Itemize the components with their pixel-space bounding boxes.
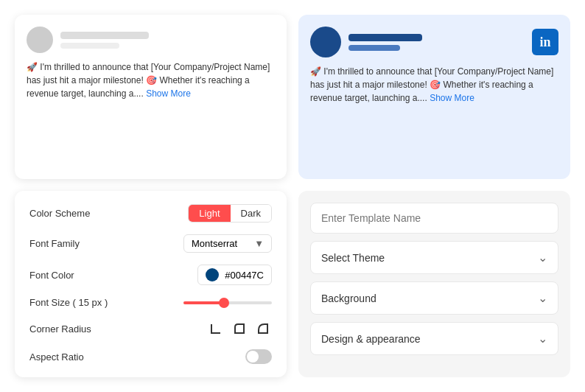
select-theme-dropdown[interactable]: Select Theme ⌄ <box>310 241 558 274</box>
show-more-link[interactable]: Show More <box>146 88 191 99</box>
aspect-ratio-row: Aspect Ratio <box>29 349 272 364</box>
corner-radius-label: Corner Radius <box>29 323 91 335</box>
select-theme-chevron-icon: ⌄ <box>538 251 547 265</box>
background-label: Background <box>321 293 376 304</box>
color-scheme-label: Color Scheme <box>29 208 90 219</box>
corner-options <box>207 320 272 337</box>
corner-radius-row: Corner Radius <box>29 320 272 337</box>
color-scheme-toggle[interactable]: Light Dark <box>188 204 272 223</box>
select-theme-label: Select Theme <box>321 252 385 264</box>
light-option[interactable]: Light <box>189 205 230 222</box>
header-line-2 <box>60 43 119 49</box>
font-color-display[interactable]: #00447C <box>197 265 272 285</box>
aspect-ratio-toggle[interactable] <box>245 349 272 364</box>
toggle-knob <box>247 351 259 363</box>
design-appearance-dropdown[interactable]: Design & appearance ⌄ <box>310 322 558 355</box>
corner-square-icon[interactable] <box>207 320 225 337</box>
linkedin-header: in <box>310 27 558 57</box>
font-color-value: #00447C <box>225 270 264 281</box>
slider-thumb[interactable] <box>219 298 229 308</box>
chevron-down-icon: ▼ <box>254 238 264 249</box>
linkedin-line-1 <box>348 34 422 41</box>
linkedin-show-more-link[interactable]: Show More <box>430 93 474 103</box>
font-size-row: Font Size ( 15 px ) <box>29 297 272 308</box>
font-size-label: Font Size ( 15 px ) <box>29 297 108 308</box>
background-chevron-icon: ⌄ <box>538 291 547 305</box>
linkedin-text: 🚀 I'm thrilled to announce that [Your Co… <box>310 65 558 105</box>
slider-fill <box>183 301 224 304</box>
preview-text: 🚀 I'm thrilled to announce that [Your Co… <box>27 60 275 100</box>
font-family-row: Font Family Montserrat ▼ <box>29 234 272 253</box>
linkedin-left <box>310 27 422 57</box>
color-scheme-row: Color Scheme Light Dark <box>29 204 272 223</box>
linkedin-line-2 <box>348 45 400 51</box>
header-lines <box>60 32 149 49</box>
slider-track <box>183 301 272 304</box>
linkedin-preview-card: in 🚀 I'm thrilled to announce that [Your… <box>298 15 570 179</box>
template-name-input[interactable] <box>310 203 558 234</box>
background-dropdown[interactable]: Background ⌄ <box>310 281 558 315</box>
font-family-select[interactable]: Montserrat ▼ <box>183 234 272 253</box>
linkedin-avatar <box>310 27 341 57</box>
header-line-1 <box>60 32 149 39</box>
avatar <box>27 27 53 53</box>
font-color-label: Font Color <box>29 270 74 281</box>
design-chevron-icon: ⌄ <box>538 332 547 346</box>
font-family-value: Montserrat <box>192 238 237 249</box>
font-color-row: Font Color #00447C <box>29 265 272 285</box>
color-swatch <box>206 268 219 281</box>
design-appearance-label: Design & appearance <box>321 333 421 345</box>
linkedin-icon: in <box>532 29 558 55</box>
preview-header <box>27 27 275 53</box>
font-family-label: Font Family <box>29 238 80 249</box>
font-size-slider[interactable] <box>183 301 272 304</box>
settings-panel: Color Scheme Light Dark Font Family Mont… <box>15 191 287 377</box>
corner-slight-icon[interactable] <box>231 320 248 337</box>
social-preview-card: 🚀 I'm thrilled to announce that [Your Co… <box>15 15 287 179</box>
template-config-panel: Select Theme ⌄ Background ⌄ Design & app… <box>298 191 570 377</box>
aspect-ratio-label: Aspect Ratio <box>29 351 84 363</box>
corner-round-icon[interactable] <box>254 320 272 337</box>
linkedin-lines <box>348 34 422 51</box>
dark-option[interactable]: Dark <box>231 205 271 222</box>
